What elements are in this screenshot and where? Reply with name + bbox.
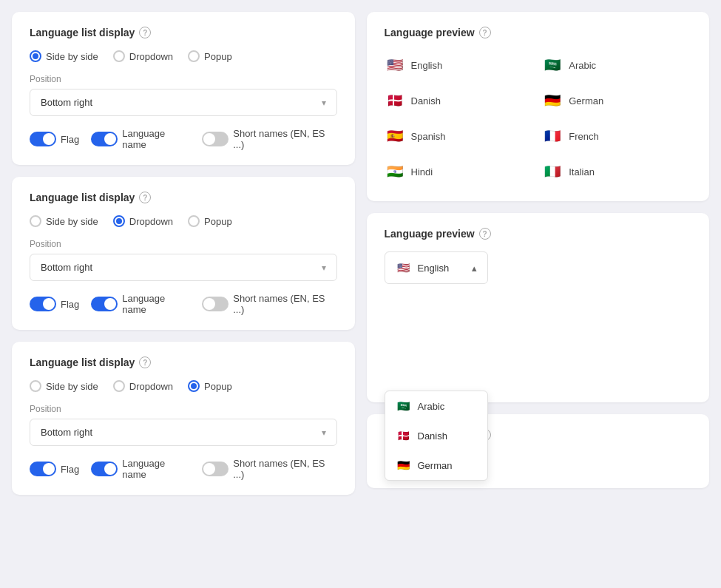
dropdown-selected-flag: 🇺🇸: [396, 260, 412, 276]
lang-name-german: German: [569, 95, 603, 107]
panel-1-toggle-row: Flag Language name Short names (EN, ES .…: [30, 128, 337, 150]
radio-dropdown-3[interactable]: Dropdown: [113, 380, 173, 392]
toggle-shortnames-2-switch[interactable]: [202, 297, 229, 311]
radio-side-by-side-3[interactable]: Side by side: [30, 380, 98, 392]
toggle-shortnames-3-label: Short names (EN, ES ...): [233, 458, 336, 480]
left-column: Language list display ? Side by side Dro…: [12, 12, 355, 495]
dropdown-selected-name: English: [418, 263, 450, 274]
panel-3-help-icon[interactable]: ?: [139, 356, 151, 368]
radio-label-dropdown-3: Dropdown: [129, 381, 173, 392]
radio-input-side-by-side-1[interactable]: [30, 50, 41, 62]
toggle-shortnames-1-label: Short names (EN, ES ...): [233, 128, 336, 150]
panel-3-title-text: Language list display: [30, 356, 135, 368]
preview-2-help-icon[interactable]: ?: [479, 228, 491, 240]
radio-input-popup-1[interactable]: [188, 50, 200, 62]
panel-1-title-text: Language list display: [30, 27, 135, 38]
radio-side-by-side-1[interactable]: Side by side: [30, 50, 98, 62]
radio-label-side-by-side-1: Side by side: [46, 51, 98, 62]
toggle-langname-2-switch[interactable]: [91, 297, 118, 311]
radio-input-side-by-side-2[interactable]: [30, 215, 41, 227]
lang-name-danish: Danish: [411, 95, 441, 107]
list-item: 🇫🇷 French: [542, 121, 691, 151]
panel-3-title: Language list display ?: [30, 356, 337, 368]
flag-german: 🇩🇪: [542, 90, 563, 111]
toggle-shortnames-1-switch[interactable]: [202, 132, 229, 146]
panel-1-help-icon[interactable]: ?: [139, 27, 151, 38]
toggle-langname-3-switch[interactable]: [91, 462, 118, 476]
radio-dropdown-1[interactable]: Dropdown: [113, 50, 173, 62]
radio-label-popup-1: Popup: [204, 51, 232, 62]
toggle-shortnames-3-switch[interactable]: [202, 462, 229, 476]
dropdown-item-german[interactable]: 🇩🇪 German: [385, 450, 487, 480]
toggle-flag-3-switch[interactable]: [30, 462, 56, 476]
toggle-flag-1-switch[interactable]: [30, 132, 56, 146]
dropdown-item-german-name: German: [418, 460, 453, 471]
dropdown-trigger[interactable]: 🇺🇸 English ▴: [385, 251, 488, 284]
flag-italian: 🇮🇹: [542, 161, 563, 182]
toggle-shortnames-3: Short names (EN, ES ...): [202, 458, 336, 480]
radio-label-popup-2: Popup: [204, 216, 232, 227]
dropdown-item-danish[interactable]: 🇩🇰 Danish: [385, 421, 487, 450]
panel-3-position-select[interactable]: Bottom right ▾: [30, 419, 337, 446]
dropdown-item-arabic-flag: 🇸🇦: [396, 398, 412, 414]
radio-side-by-side-2[interactable]: Side by side: [30, 215, 98, 227]
dropdown-item-german-flag: 🇩🇪: [396, 457, 412, 473]
radio-input-dropdown-3[interactable]: [113, 380, 125, 392]
preview-1: Language preview ? 🇺🇸 English 🇸🇦 Arabic …: [367, 12, 710, 201]
preview-2: Language preview ? 🇺🇸 English ▴ 🇸🇦 Arabi…: [367, 213, 710, 402]
preview-2-dropdown: 🇺🇸 English ▴ 🇸🇦 Arabic 🇩🇰 Danish 🇩🇪: [385, 251, 692, 388]
panel-2-position-select[interactable]: Bottom right ▾: [30, 254, 337, 281]
panel-3-position-value: Bottom right: [41, 427, 92, 438]
radio-input-popup-3[interactable]: [188, 380, 200, 392]
toggle-langname-2: Language name: [91, 293, 190, 315]
panel-1: Language list display ? Side by side Dro…: [12, 12, 355, 165]
toggle-flag-1-label: Flag: [61, 134, 79, 145]
panel-2-toggle-row: Flag Language name Short names (EN, ES .…: [30, 293, 337, 315]
toggle-shortnames-2: Short names (EN, ES ...): [202, 293, 336, 315]
radio-input-popup-2[interactable]: [188, 215, 200, 227]
dropdown-menu: 🇸🇦 Arabic 🇩🇰 Danish 🇩🇪 German: [385, 391, 488, 481]
list-item: 🇮🇹 Italian: [542, 157, 691, 186]
panel-2-title: Language list display ?: [30, 192, 337, 203]
toggle-langname-1: Language name: [91, 128, 190, 150]
lang-name-italian: Italian: [569, 166, 595, 178]
lang-name-arabic: Arabic: [569, 60, 596, 71]
dropdown-item-danish-flag: 🇩🇰: [396, 428, 412, 444]
radio-input-side-by-side-3[interactable]: [30, 380, 41, 392]
preview-1-title-text: Language preview: [385, 27, 475, 38]
panel-2-position-label: Position: [30, 239, 337, 249]
panel-2-chevron-icon: ▾: [322, 263, 326, 273]
toggle-flag-2-switch[interactable]: [30, 297, 56, 311]
radio-popup-3[interactable]: Popup: [188, 380, 232, 392]
flag-danish: 🇩🇰: [385, 90, 405, 111]
toggle-flag-3-label: Flag: [61, 464, 79, 475]
list-item: 🇪🇸 Spanish: [385, 121, 534, 151]
panel-2-position-value: Bottom right: [41, 262, 92, 273]
flag-english: 🇺🇸: [385, 55, 405, 75]
panel-1-radio-group: Side by side Dropdown Popup: [30, 50, 337, 62]
toggle-flag-1: Flag: [30, 132, 79, 146]
toggle-langname-2-label: Language name: [122, 293, 190, 315]
flag-spanish: 🇪🇸: [385, 126, 405, 146]
right-column: Language preview ? 🇺🇸 English 🇸🇦 Arabic …: [367, 12, 710, 495]
radio-input-dropdown-1[interactable]: [113, 50, 125, 62]
radio-dropdown-2[interactable]: Dropdown: [113, 215, 173, 227]
radio-popup-2[interactable]: Popup: [188, 215, 232, 227]
list-item: 🇸🇦 Arabic: [542, 50, 691, 80]
radio-popup-1[interactable]: Popup: [188, 50, 232, 62]
list-item: 🇺🇸 English: [385, 50, 534, 80]
panel-2: Language list display ? Side by side Dro…: [12, 177, 355, 330]
panel-1-position-select[interactable]: Bottom right ▾: [30, 89, 337, 116]
toggle-shortnames-1: Short names (EN, ES ...): [202, 128, 336, 150]
toggle-flag-2-label: Flag: [61, 299, 79, 310]
radio-label-dropdown-2: Dropdown: [129, 216, 173, 227]
panel-2-help-icon[interactable]: ?: [139, 192, 151, 203]
preview-2-title: Language preview ?: [385, 228, 692, 240]
dropdown-item-arabic[interactable]: 🇸🇦 Arabic: [385, 391, 487, 421]
preview-2-title-text: Language preview: [385, 228, 475, 240]
dropdown-item-danish-name: Danish: [418, 430, 447, 442]
radio-input-dropdown-2[interactable]: [113, 215, 125, 227]
toggle-flag-2: Flag: [30, 297, 79, 311]
toggle-langname-1-switch[interactable]: [91, 132, 118, 146]
preview-1-help-icon[interactable]: ?: [479, 27, 491, 38]
